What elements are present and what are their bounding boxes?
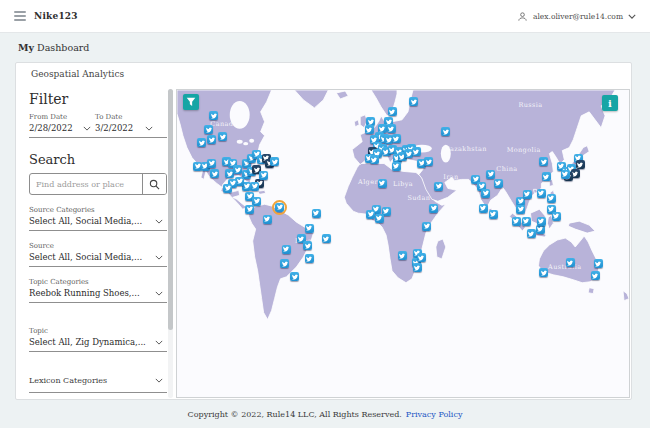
map-marker[interactable]: [479, 204, 488, 213]
twitter-bird-icon: [577, 162, 583, 168]
map-marker[interactable]: [512, 217, 521, 226]
map-marker[interactable]: [591, 271, 600, 280]
map-marker[interactable]: [366, 210, 375, 219]
map-marker[interactable]: [417, 253, 426, 262]
map-marker[interactable]: [204, 125, 213, 134]
map-marker[interactable]: [305, 254, 314, 263]
map-marker[interactable]: [290, 272, 299, 281]
search-button[interactable]: [142, 174, 166, 194]
map-marker[interactable]: [263, 215, 272, 224]
map-marker[interactable]: [197, 138, 206, 147]
user-menu[interactable]: alex.oliver@rule14.com: [517, 11, 636, 22]
map-marker[interactable]: [409, 97, 418, 106]
map-marker[interactable]: [305, 224, 314, 233]
map-marker[interactable]: [547, 194, 556, 203]
map-marker[interactable]: [552, 212, 561, 221]
map-marker[interactable]: [481, 189, 490, 198]
twitter-bird-icon: [543, 174, 549, 180]
map-marker[interactable]: [259, 171, 268, 180]
map-marker[interactable]: [378, 179, 387, 188]
world-map[interactable]: CanadaRussiaMongoliaChinaKazakhstanIranL…: [176, 89, 630, 398]
filter-panel-scrollbar: [168, 89, 173, 398]
map-marker[interactable]: [233, 165, 242, 174]
source-field[interactable]: Source Select All, Social Media,...: [29, 242, 167, 267]
chevron-down-icon: [155, 340, 163, 345]
map-marker-selected[interactable]: [275, 203, 284, 212]
map-marker[interactable]: [516, 205, 525, 214]
map-marker[interactable]: [250, 182, 259, 191]
map-marker[interactable]: [280, 259, 289, 268]
from-date-label: From Date: [29, 113, 95, 121]
map-marker[interactable]: [489, 210, 498, 219]
map-marker[interactable]: [522, 217, 531, 226]
map-marker[interactable]: [282, 245, 291, 254]
topic-field[interactable]: Topic Select All, Zig Dynamica,...: [29, 327, 167, 352]
map-marker[interactable]: [422, 222, 431, 231]
user-email: alex.oliver@rule14.com: [533, 12, 623, 21]
map-marker[interactable]: [566, 258, 575, 267]
map-marker[interactable]: [561, 170, 570, 179]
map-marker[interactable]: [312, 209, 321, 218]
map-marker[interactable]: [486, 170, 495, 179]
map-marker[interactable]: [429, 204, 438, 213]
map-marker[interactable]: [218, 132, 227, 141]
twitter-bird-icon: [538, 218, 544, 224]
brand-title[interactable]: Nike123: [34, 11, 78, 21]
map-marker[interactable]: [424, 157, 433, 166]
map-marker[interactable]: [210, 169, 219, 178]
to-date-field[interactable]: To Date 3/2/2022: [95, 113, 157, 133]
map-marker[interactable]: [441, 127, 450, 136]
map-marker[interactable]: [576, 160, 585, 169]
map-marker[interactable]: [523, 190, 532, 199]
scrollbar-thumb[interactable]: [168, 89, 173, 330]
map-marker[interactable]: [223, 184, 232, 193]
map-marker[interactable]: [537, 189, 546, 198]
lexicon-categories-field[interactable]: Lexicon Categories: [29, 376, 167, 393]
hamburger-menu-icon[interactable]: [14, 11, 26, 21]
map-filter-button[interactable]: [183, 94, 199, 110]
geospatial-analytics-card: Geospatial Analytics Filter From Date 2/…: [15, 62, 632, 400]
map-marker[interactable]: [365, 125, 374, 134]
twitter-bird-icon: [572, 171, 578, 177]
twitter-bird-icon: [418, 255, 424, 261]
map-marker[interactable]: [207, 159, 216, 168]
map-marker[interactable]: [370, 155, 379, 164]
map-marker[interactable]: [398, 251, 407, 260]
map-marker[interactable]: [303, 241, 312, 250]
map-marker[interactable]: [434, 182, 443, 191]
map-marker[interactable]: [209, 111, 218, 120]
map-marker[interactable]: [412, 147, 421, 156]
map-marker[interactable]: [594, 259, 603, 268]
map-marker[interactable]: [245, 205, 254, 214]
twitter-bird-icon: [399, 253, 405, 259]
map-marker[interactable]: [375, 214, 384, 223]
map-marker[interactable]: [322, 234, 331, 243]
filter-heading: Filter: [29, 91, 167, 107]
map-marker[interactable]: [270, 157, 279, 166]
search-input[interactable]: [30, 174, 142, 194]
map-marker[interactable]: [527, 229, 536, 238]
twitter-bird-icon: [206, 127, 212, 133]
source-categories-value: Select All, Social Media,...: [29, 216, 142, 226]
map-marker[interactable]: [207, 135, 216, 144]
from-date-field[interactable]: From Date 2/28/2022: [29, 113, 95, 133]
funnel-icon: [186, 97, 196, 107]
twitter-bird-icon: [480, 205, 486, 211]
map-marker[interactable]: [542, 172, 551, 181]
map-marker[interactable]: [494, 179, 503, 188]
map-marker[interactable]: [387, 124, 396, 133]
topic-categories-field[interactable]: Topic Categories Reebok Running Shoes,..…: [29, 278, 167, 303]
map-marker[interactable]: [252, 197, 261, 206]
map-marker[interactable]: [539, 157, 548, 166]
map-info-button[interactable]: i: [602, 95, 618, 111]
source-categories-field[interactable]: Source Categories Select All, Social Med…: [29, 206, 167, 231]
map-marker[interactable]: [539, 268, 548, 277]
privacy-policy-link[interactable]: Privacy Policy: [406, 410, 463, 419]
twitter-bird-icon: [379, 126, 385, 132]
map-marker[interactable]: [413, 263, 422, 272]
map-marker[interactable]: [392, 134, 401, 143]
map-marker[interactable]: [392, 162, 401, 171]
map-marker[interactable]: [388, 107, 397, 116]
map-marker[interactable]: [537, 217, 546, 226]
map-marker[interactable]: [536, 225, 545, 234]
